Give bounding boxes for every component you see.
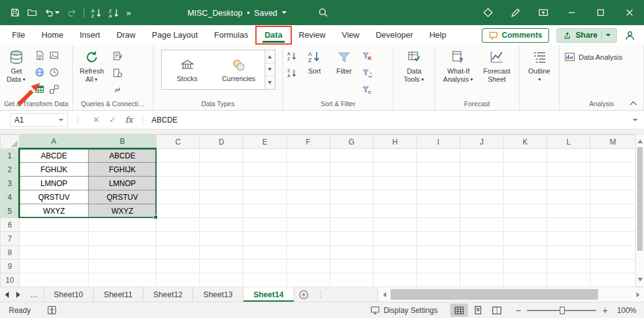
sheetbar-grip-icon[interactable]: ⋮ — [313, 287, 328, 302]
close-button[interactable] — [615, 0, 644, 25]
workbook-links-icon[interactable] — [111, 82, 125, 97]
new-sheet-button[interactable] — [294, 287, 313, 302]
cell-H5[interactable] — [374, 204, 417, 218]
cell-F7[interactable] — [287, 232, 330, 246]
cell-L6[interactable] — [547, 218, 591, 232]
tab-insert[interactable]: Insert — [72, 27, 109, 43]
cell-H9[interactable] — [374, 260, 417, 273]
cell-B6[interactable] — [89, 218, 157, 232]
cell-H8[interactable] — [374, 246, 417, 260]
forecast-sheet-button[interactable]: Forecast Sheet — [479, 47, 514, 83]
row-header-4[interactable]: 4 — [1, 190, 19, 204]
minimize-button[interactable] — [557, 0, 586, 25]
cell-M7[interactable] — [591, 232, 636, 246]
column-header-K[interactable]: K — [504, 135, 547, 149]
normal-view-button[interactable] — [450, 304, 468, 317]
cell-C6[interactable] — [157, 218, 200, 232]
zoom-in-button[interactable]: + — [601, 305, 609, 315]
sign-in-person-icon[interactable] — [625, 30, 635, 41]
cell-G4[interactable] — [330, 190, 374, 204]
cell-J8[interactable] — [460, 246, 504, 260]
cell-M3[interactable] — [591, 177, 636, 190]
sheet-overflow-button[interactable]: … — [25, 287, 44, 302]
cell-E1[interactable] — [243, 149, 287, 163]
data-tools-button[interactable]: Data Tools▼ — [398, 47, 431, 84]
scroll-right-icon[interactable] — [634, 287, 644, 302]
cell-D3[interactable] — [200, 177, 243, 190]
cell-L8[interactable] — [547, 246, 591, 260]
cell-B8[interactable] — [89, 246, 157, 260]
undo-icon[interactable] — [44, 8, 60, 18]
cell-B2[interactable]: FGHIJK — [89, 163, 157, 177]
advanced-filter-icon[interactable] — [360, 82, 374, 97]
scroll-down-icon[interactable] — [638, 278, 643, 284]
cell-J2[interactable] — [460, 163, 504, 177]
cell-H7[interactable] — [374, 232, 417, 246]
from-web-icon[interactable] — [33, 65, 47, 80]
recent-sources-icon[interactable] — [47, 65, 61, 80]
cell-B3[interactable]: LMNOP — [89, 177, 157, 190]
cell-J5[interactable] — [460, 204, 504, 218]
comments-button[interactable]: Comments — [482, 28, 550, 43]
stocks-button[interactable]: Stocks — [162, 50, 213, 89]
cell-K3[interactable] — [504, 177, 547, 190]
column-header-E[interactable]: E — [243, 135, 287, 149]
cell-F8[interactable] — [287, 246, 330, 260]
cell-E9[interactable] — [243, 260, 287, 273]
cell-F9[interactable] — [287, 260, 330, 273]
cell-A3[interactable]: LMNOP — [19, 177, 89, 190]
cell-J6[interactable] — [460, 218, 504, 232]
existing-connections-icon[interactable] — [47, 82, 61, 97]
cell-J10[interactable] — [460, 273, 504, 287]
cell-K6[interactable] — [504, 218, 547, 232]
cell-C3[interactable] — [157, 177, 200, 190]
cell-E7[interactable] — [243, 232, 287, 246]
formula-input[interactable]: ABCDE — [148, 116, 633, 124]
from-picture-icon[interactable] — [47, 48, 61, 63]
cell-A4[interactable]: QRSTUV — [19, 190, 89, 204]
cell-M4[interactable] — [591, 190, 636, 204]
tab-developer[interactable]: Developer — [367, 27, 421, 43]
sheet-tab-sheet10[interactable]: Sheet10 — [44, 287, 94, 302]
sheet-tab-sheet13[interactable]: Sheet13 — [193, 287, 243, 302]
cell-M6[interactable] — [591, 218, 636, 232]
cell-L1[interactable] — [547, 149, 591, 163]
cell-I3[interactable] — [417, 177, 460, 190]
cell-F6[interactable] — [287, 218, 330, 232]
cell-E4[interactable] — [243, 190, 287, 204]
collapse-ribbon-icon[interactable] — [628, 99, 639, 107]
cell-L3[interactable] — [547, 177, 591, 190]
cell-G2[interactable] — [330, 163, 374, 177]
cell-K5[interactable] — [504, 204, 547, 218]
cell-E3[interactable] — [243, 177, 287, 190]
cell-L10[interactable] — [547, 273, 591, 287]
vertical-scroll-thumb[interactable] — [637, 147, 643, 251]
gallery-scroll-down-icon[interactable] — [265, 63, 275, 77]
cell-G9[interactable] — [330, 260, 374, 273]
vertical-scrollbar[interactable] — [635, 134, 644, 287]
zoom-level-label[interactable]: 100% — [614, 306, 636, 315]
maximize-button[interactable] — [586, 0, 615, 25]
cell-K7[interactable] — [504, 232, 547, 246]
row-header-7[interactable]: 7 — [1, 232, 19, 246]
cell-M5[interactable] — [591, 204, 636, 218]
insert-function-icon[interactable]: fx — [121, 115, 137, 124]
cell-J3[interactable] — [460, 177, 504, 190]
from-table-range-icon[interactable] — [33, 82, 47, 97]
sort-z-to-a-icon[interactable]: ZA — [285, 65, 299, 80]
cell-F4[interactable] — [287, 190, 330, 204]
cell-L7[interactable] — [547, 232, 591, 246]
cell-F3[interactable] — [287, 177, 330, 190]
cell-E8[interactable] — [243, 246, 287, 260]
outline-button[interactable]: Outline▼ — [524, 47, 555, 84]
cell-F10[interactable] — [287, 273, 330, 287]
cell-E5[interactable] — [243, 204, 287, 218]
cell-G10[interactable] — [330, 273, 374, 287]
cell-B5[interactable]: WXYZ — [89, 204, 157, 218]
search-icon[interactable] — [318, 8, 328, 18]
cell-F2[interactable] — [287, 163, 330, 177]
cell-H6[interactable] — [374, 218, 417, 232]
column-header-B[interactable]: B — [89, 135, 157, 149]
cell-J9[interactable] — [460, 260, 504, 273]
cell-E10[interactable] — [243, 273, 287, 287]
